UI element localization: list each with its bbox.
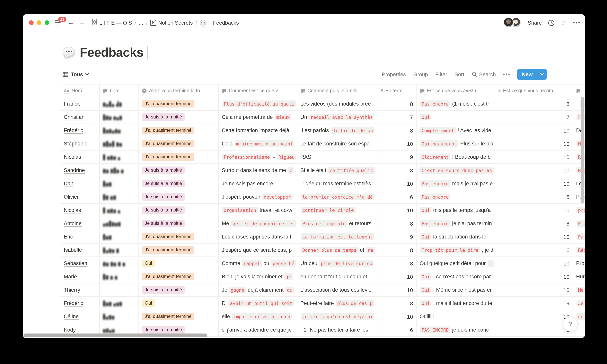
table-row[interactable]: Frédéric█▅▆▄▆▅J'ai quasiment terminéCett… [61, 124, 585, 137]
group-button[interactable]: Group [413, 71, 428, 77]
row-title[interactable]: Nicolas [64, 154, 81, 160]
cell-improve[interactable]: Un peu plus de live sur co [297, 257, 377, 270]
cell-status[interactable]: Je suis à la moitié [139, 164, 219, 177]
cell-name[interactable]: Eric [61, 230, 100, 243]
cell-done[interactable]: 8 [377, 297, 417, 310]
favorite-star-icon[interactable]: ☆ [561, 19, 567, 27]
cell-recommend[interactable]: 10 [495, 257, 573, 270]
view-more-icon[interactable] [503, 74, 510, 75]
cell-extra[interactable]: Me [573, 284, 585, 296]
cell-status[interactable]: J'ai quasiment terminé [139, 137, 219, 150]
row-title[interactable]: Eric [64, 234, 73, 240]
breadcrumb-ellipsis[interactable]: ... [139, 20, 144, 26]
sort-button[interactable]: Sort [454, 71, 464, 77]
column-header-received[interactable]: Est-ce que vous avez r... [417, 84, 495, 97]
cell-improve[interactable]: Les vidéos (des modules prée [297, 97, 377, 110]
cell-use[interactable]: Comme rappel ou pense bé [219, 257, 297, 270]
cell-received[interactable]: Oui [417, 111, 495, 124]
cell-done[interactable]: 8 [377, 257, 417, 270]
cell-nom[interactable]: █▅▆ [100, 177, 139, 190]
cell-name[interactable]: Nicolas [61, 204, 100, 217]
cell-status[interactable]: J'ai quasiment terminé [139, 230, 219, 243]
cell-received[interactable]: Oui , ce n'est pas encore par [417, 270, 495, 283]
cell-name[interactable]: Olivier [61, 190, 100, 203]
cell-done[interactable]: 6 [377, 190, 417, 203]
cell-improve[interactable]: Donner plus de temps et ne [297, 244, 377, 257]
cell-use[interactable]: D' avoir un outil qui soit [219, 297, 297, 310]
cell-extra[interactable]: Je [573, 297, 585, 310]
search-button[interactable]: Search [472, 71, 496, 77]
cell-nom[interactable]: ▆▅ ▆█▅ ▅ [100, 164, 139, 177]
cell-recommend[interactable]: 10 [495, 177, 573, 190]
cell-nom[interactable] [100, 284, 139, 296]
cell-received[interactable]: Oui quelque petit détail pour [417, 257, 495, 270]
cell-name[interactable]: Nicolas [61, 151, 100, 163]
cell-improve[interactable]: Peut-être faire plus de cas p [297, 297, 377, 310]
cell-done[interactable]: 9 [377, 230, 417, 243]
cell-done[interactable]: 8 [377, 217, 417, 230]
cell-name[interactable]: Frédéric [61, 124, 100, 137]
cell-status[interactable]: Je suis à la moitié [139, 204, 219, 217]
column-header-improve[interactable]: Comment puis-je améli... [297, 84, 377, 97]
cell-done[interactable]: 8 [377, 97, 417, 110]
cell-use[interactable]: Professionnalisme - Rigueu [219, 151, 297, 163]
cell-received[interactable]: Oui . Même si ce n'est pas er [417, 284, 495, 296]
cell-nom[interactable]: █ ▅▆▅ ▄ [100, 151, 139, 163]
horizontal-scrollbar-thumb[interactable] [24, 334, 207, 337]
cell-done[interactable]: 7 [377, 111, 417, 124]
cell-improve[interactable]: Un recueil avec la synthès [297, 111, 377, 124]
cell-recommend[interactable]: 10 [495, 137, 573, 150]
row-title[interactable]: Frédéric [64, 128, 83, 133]
cell-improve[interactable]: - 1- Ne pas hésiter à faire les [297, 323, 377, 336]
cell-done[interactable]: 10 [377, 177, 417, 190]
table-row[interactable]: Eric█▅▆J'ai quasiment terminéLes choses … [61, 230, 585, 244]
cell-received[interactable]: Oui , mais il faut encore du te [417, 297, 495, 310]
cell-recommend[interactable]: 10 [495, 151, 573, 163]
column-header-status[interactable]: Avez-vous terminé la fo... [139, 84, 219, 97]
close-window-button[interactable] [29, 20, 34, 25]
cell-name[interactable]: Stéphanie [61, 137, 100, 150]
cell-nom[interactable]: █▄▆▅ [100, 310, 139, 323]
view-tab-tous[interactable]: Tous [63, 71, 89, 77]
cell-received[interactable]: oui mis pas le temps jusqu'a [417, 204, 495, 217]
cell-recommend[interactable]: 8 [495, 217, 573, 230]
vertical-scrollbar-thumb[interactable] [581, 97, 584, 203]
cell-improve[interactable]: je crois qu'on est déjà bi [297, 310, 377, 323]
cell-received[interactable]: Ouiiiiii [417, 310, 495, 323]
cell-received[interactable]: Pas encore (1 mois , c'est tr [417, 97, 495, 110]
row-title[interactable]: Dan [64, 181, 74, 186]
cell-done[interactable]: 10 [377, 270, 417, 283]
row-title[interactable]: Olivier [64, 194, 79, 200]
cell-extra[interactable]: Pro [573, 257, 585, 270]
minimize-window-button[interactable] [37, 20, 41, 25]
cell-done[interactable]: 8 [377, 244, 417, 257]
cell-nom[interactable]: █▄▆▅ ▆ [100, 244, 139, 257]
cell-status[interactable]: J'ai quasiment terminé [139, 151, 219, 163]
cell-status[interactable]: J'ai quasiment terminé [139, 124, 219, 137]
table-row[interactable]: ThierryJe suis à la moitiéJe gagne déjà … [61, 284, 585, 297]
cell-improve[interactable]: Si elle était certifiée qualic [297, 164, 377, 177]
cell-recommend[interactable]: 10 [495, 284, 573, 296]
cell-done[interactable]: 6 [377, 323, 417, 336]
cell-nom[interactable]: █▆ ▅▆ [100, 190, 139, 203]
row-title[interactable]: Céline [64, 313, 79, 319]
cell-improve[interactable]: Il est parfois difficile de su [297, 124, 377, 137]
column-header-extra[interactable] [573, 84, 585, 97]
cell-received[interactable]: Trop tôt pour le dire , je d [417, 244, 495, 257]
cell-recommend[interactable]: 10 [495, 124, 573, 137]
cell-received[interactable]: Oui beaucoup. Plus sur le pla [417, 137, 495, 150]
cell-recommend[interactable]: 7 [495, 111, 573, 124]
cell-received[interactable]: Pas encore [417, 190, 495, 203]
cell-name[interactable]: Céline [61, 310, 100, 323]
table-row[interactable]: Nicolas█ ▅▆▅ ▄Je suis à la moitiéorganis… [61, 204, 585, 217]
table-row[interactable]: Frédéric█▅▆ ▄▅▆OuiD' avoir un outil qui … [61, 297, 585, 310]
collaborator-avatars[interactable] [503, 17, 521, 28]
cell-use[interactable]: J'espère pouvoir développer [219, 190, 297, 203]
breadcrumb-parent[interactable]: N Notion Secrets [150, 20, 193, 26]
cell-status[interactable]: Oui [139, 297, 219, 310]
more-options-icon[interactable] [573, 22, 580, 24]
table-row[interactable]: Christian█▆▅ ▅▄▆Je suis à la moitiéCela … [61, 111, 585, 124]
cell-recommend[interactable]: 6 [495, 244, 573, 257]
new-button-chevron[interactable] [537, 69, 547, 80]
cell-status[interactable]: Je suis à la moitié [139, 111, 219, 124]
